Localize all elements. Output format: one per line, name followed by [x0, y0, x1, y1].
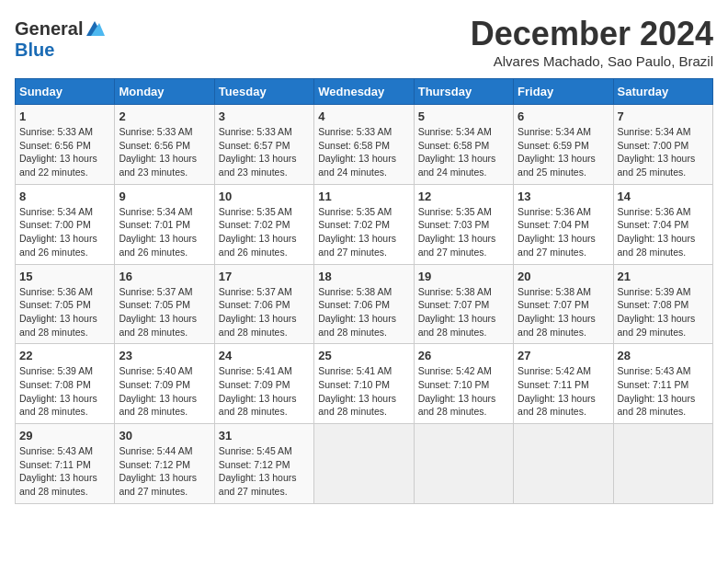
day-number: 4 — [318, 109, 409, 123]
day-info: Sunrise: 5:34 AMSunset: 6:59 PMDaylight:… — [518, 125, 609, 179]
empty-cell — [314, 424, 414, 504]
day-number: 8 — [19, 190, 110, 203]
day-cell: 13 Sunrise: 5:36 AMSunset: 7:04 PMDaylig… — [514, 184, 613, 264]
header-monday: Monday — [115, 79, 214, 105]
calendar-table: Sunday Monday Tuesday Wednesday Thursday… — [15, 78, 713, 504]
day-cell: 8 Sunrise: 5:34 AMSunset: 7:00 PMDayligh… — [16, 184, 115, 264]
day-info: Sunrise: 5:38 AMSunset: 7:07 PMDaylight:… — [418, 285, 509, 339]
day-number: 30 — [119, 429, 210, 442]
day-info: Sunrise: 5:37 AMSunset: 7:05 PMDaylight:… — [119, 285, 210, 339]
day-info: Sunrise: 5:44 AMSunset: 7:12 PMDaylight:… — [119, 444, 210, 499]
day-info: Sunrise: 5:39 AMSunset: 7:08 PMDaylight:… — [618, 285, 709, 339]
day-number: 10 — [219, 190, 310, 203]
logo-blue-text: Blue — [15, 40, 54, 61]
day-number: 24 — [219, 349, 310, 362]
day-cell: 20 Sunrise: 5:38 AMSunset: 7:07 PMDaylig… — [514, 264, 613, 344]
day-cell: 31 Sunrise: 5:45 AMSunset: 7:12 PMDaylig… — [214, 424, 313, 504]
day-info: Sunrise: 5:42 AMSunset: 7:11 PMDaylight:… — [518, 364, 609, 419]
day-info: Sunrise: 5:42 AMSunset: 7:10 PMDaylight:… — [418, 364, 509, 419]
empty-cell — [414, 424, 513, 504]
day-number: 20 — [518, 270, 609, 283]
day-number: 3 — [219, 109, 310, 123]
day-info: Sunrise: 5:37 AMSunset: 7:06 PMDaylight:… — [219, 285, 310, 339]
title-area: December 2024 Alvares Machado, Sao Paulo… — [471, 15, 713, 69]
day-info: Sunrise: 5:43 AMSunset: 7:11 PMDaylight:… — [19, 444, 110, 499]
day-info: Sunrise: 5:41 AMSunset: 7:10 PMDaylight:… — [318, 364, 409, 419]
day-info: Sunrise: 5:34 AMSunset: 7:01 PMDaylight:… — [119, 205, 210, 259]
day-cell: 30 Sunrise: 5:44 AMSunset: 7:12 PMDaylig… — [115, 424, 214, 504]
month-title: December 2024 — [471, 15, 713, 53]
calendar-body: 1 Sunrise: 5:33 AMSunset: 6:56 PMDayligh… — [16, 105, 713, 504]
day-info: Sunrise: 5:35 AMSunset: 7:03 PMDaylight:… — [418, 205, 509, 259]
day-number: 26 — [418, 349, 509, 362]
day-cell: 10 Sunrise: 5:35 AMSunset: 7:02 PMDaylig… — [214, 184, 313, 264]
day-number: 23 — [119, 349, 210, 362]
day-cell: 28 Sunrise: 5:43 AMSunset: 7:11 PMDaylig… — [613, 344, 712, 424]
day-number: 13 — [518, 190, 609, 203]
day-cell: 4 Sunrise: 5:33 AMSunset: 6:58 PMDayligh… — [314, 105, 414, 185]
day-info: Sunrise: 5:39 AMSunset: 7:08 PMDaylight:… — [19, 364, 110, 419]
logo-general-text: General — [15, 18, 83, 40]
day-info: Sunrise: 5:40 AMSunset: 7:09 PMDaylight:… — [119, 364, 210, 419]
day-cell: 21 Sunrise: 5:39 AMSunset: 7:08 PMDaylig… — [613, 264, 712, 344]
day-number: 28 — [618, 349, 709, 362]
day-number: 2 — [119, 109, 210, 123]
page-header: General Blue December 2024 Alvares Macha… — [15, 15, 713, 69]
calendar-header: Sunday Monday Tuesday Wednesday Thursday… — [16, 79, 713, 105]
day-info: Sunrise: 5:34 AMSunset: 6:58 PMDaylight:… — [418, 125, 509, 179]
day-number: 9 — [119, 190, 210, 203]
day-number: 18 — [318, 270, 409, 283]
logo: General Blue — [15, 18, 105, 61]
header-wednesday: Wednesday — [314, 79, 414, 105]
day-info: Sunrise: 5:33 AMSunset: 6:58 PMDaylight:… — [318, 125, 409, 179]
header-friday: Friday — [514, 79, 613, 105]
day-number: 11 — [318, 190, 409, 203]
day-number: 22 — [19, 349, 110, 362]
header-sunday: Sunday — [16, 79, 115, 105]
day-number: 29 — [19, 429, 110, 442]
day-info: Sunrise: 5:35 AMSunset: 7:02 PMDaylight:… — [318, 205, 409, 259]
day-number: 25 — [318, 349, 409, 362]
day-cell: 2 Sunrise: 5:33 AMSunset: 6:56 PMDayligh… — [115, 105, 214, 185]
day-number: 5 — [418, 109, 509, 123]
day-cell: 9 Sunrise: 5:34 AMSunset: 7:01 PMDayligh… — [115, 184, 214, 264]
day-cell: 14 Sunrise: 5:36 AMSunset: 7:04 PMDaylig… — [613, 184, 712, 264]
day-info: Sunrise: 5:45 AMSunset: 7:12 PMDaylight:… — [219, 444, 310, 499]
empty-cell — [613, 424, 712, 504]
day-number: 15 — [19, 270, 110, 283]
table-row: 15 Sunrise: 5:36 AMSunset: 7:05 PMDaylig… — [16, 264, 713, 344]
day-info: Sunrise: 5:38 AMSunset: 7:07 PMDaylight:… — [518, 285, 609, 339]
day-cell: 3 Sunrise: 5:33 AMSunset: 6:57 PMDayligh… — [214, 105, 313, 185]
day-cell: 24 Sunrise: 5:41 AMSunset: 7:09 PMDaylig… — [214, 344, 313, 424]
logo-icon — [85, 19, 105, 40]
header-tuesday: Tuesday — [214, 79, 313, 105]
table-row: 1 Sunrise: 5:33 AMSunset: 6:56 PMDayligh… — [16, 105, 713, 185]
table-row: 29 Sunrise: 5:43 AMSunset: 7:11 PMDaylig… — [16, 424, 713, 504]
day-number: 19 — [418, 270, 509, 283]
day-info: Sunrise: 5:33 AMSunset: 6:57 PMDaylight:… — [219, 125, 310, 179]
day-number: 6 — [518, 109, 609, 123]
day-info: Sunrise: 5:41 AMSunset: 7:09 PMDaylight:… — [219, 364, 310, 419]
day-info: Sunrise: 5:36 AMSunset: 7:05 PMDaylight:… — [19, 285, 110, 339]
day-info: Sunrise: 5:36 AMSunset: 7:04 PMDaylight:… — [618, 205, 709, 259]
day-cell: 18 Sunrise: 5:38 AMSunset: 7:06 PMDaylig… — [314, 264, 414, 344]
day-info: Sunrise: 5:34 AMSunset: 7:00 PMDaylight:… — [19, 205, 110, 259]
day-number: 12 — [418, 190, 509, 203]
header-thursday: Thursday — [414, 79, 513, 105]
day-number: 16 — [119, 270, 210, 283]
day-info: Sunrise: 5:43 AMSunset: 7:11 PMDaylight:… — [618, 364, 709, 419]
day-cell: 29 Sunrise: 5:43 AMSunset: 7:11 PMDaylig… — [16, 424, 115, 504]
day-number: 17 — [219, 270, 310, 283]
day-number: 21 — [618, 270, 709, 283]
day-cell: 5 Sunrise: 5:34 AMSunset: 6:58 PMDayligh… — [414, 105, 513, 185]
day-cell: 7 Sunrise: 5:34 AMSunset: 7:00 PMDayligh… — [613, 105, 712, 185]
day-info: Sunrise: 5:35 AMSunset: 7:02 PMDaylight:… — [219, 205, 310, 259]
day-cell: 11 Sunrise: 5:35 AMSunset: 7:02 PMDaylig… — [314, 184, 414, 264]
day-cell: 17 Sunrise: 5:37 AMSunset: 7:06 PMDaylig… — [214, 264, 313, 344]
day-number: 31 — [219, 429, 310, 442]
table-row: 22 Sunrise: 5:39 AMSunset: 7:08 PMDaylig… — [16, 344, 713, 424]
day-info: Sunrise: 5:33 AMSunset: 6:56 PMDaylight:… — [119, 125, 210, 179]
day-cell: 6 Sunrise: 5:34 AMSunset: 6:59 PMDayligh… — [514, 105, 613, 185]
day-number: 7 — [618, 109, 709, 123]
day-info: Sunrise: 5:34 AMSunset: 7:00 PMDaylight:… — [618, 125, 709, 179]
